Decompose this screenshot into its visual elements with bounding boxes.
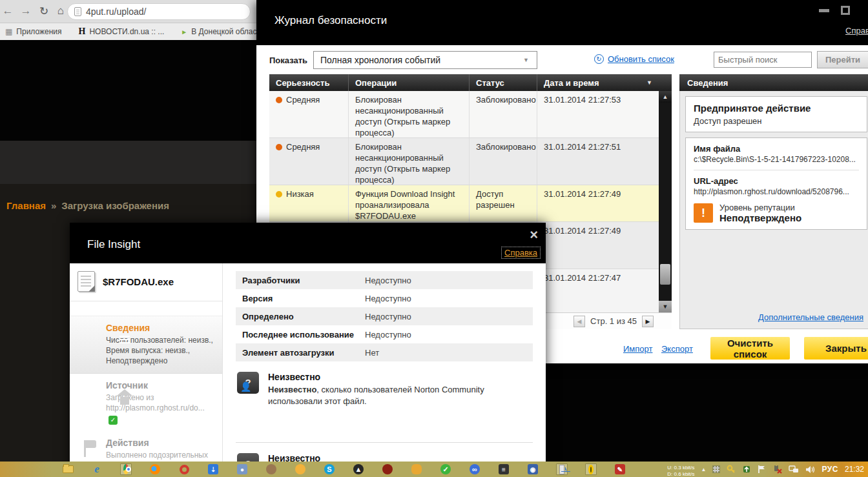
explorer-icon[interactable] — [62, 463, 74, 475]
filter-dropdown[interactable]: Полная хронология событий ▼ — [313, 51, 537, 69]
norton-app-icon[interactable] — [585, 463, 597, 475]
go-button[interactable]: Перейти — [817, 51, 868, 68]
close-button[interactable]: Закрыть — [804, 337, 868, 360]
more-details-link[interactable]: Дополнительные сведения — [758, 312, 863, 322]
bookmark-donetsk[interactable]: ► В Донецкой област... — [181, 27, 265, 36]
url-text[interactable]: 4put.ru/upload/ — [86, 6, 146, 17]
firefox-icon[interactable] — [149, 463, 161, 475]
messenger-icon[interactable] — [294, 463, 306, 475]
file-insight-dialog: File Insight × Справка $R7FODAU.exe Свед… — [70, 223, 546, 477]
sidebar-item-origin[interactable]: Источник Загружено из http://plasmon.rgh… — [70, 374, 222, 431]
breadcrumb: Главная»Загрузка изображения — [6, 200, 169, 211]
bookmark-novosti[interactable]: Н НОВОСТИ.dn.ua :: ... — [79, 26, 165, 37]
help-link[interactable]: Справка — [845, 26, 868, 36]
webcam-app-icon[interactable] — [265, 463, 277, 475]
col-status[interactable]: Статус — [470, 74, 537, 91]
tray-expand-icon[interactable]: ▲ — [701, 467, 707, 472]
import-link[interactable]: Импорт — [623, 344, 652, 354]
key-tray-icon[interactable] — [727, 465, 736, 474]
col-scrollbar-spacer — [659, 74, 672, 91]
dialog-help-link[interactable]: Справка — [501, 247, 541, 259]
clear-list-button[interactable]: Очистить список — [710, 337, 790, 360]
col-operations[interactable]: Операции — [349, 74, 470, 91]
page-band — [0, 141, 256, 184]
home-icon[interactable]: ⌂ — [53, 5, 68, 17]
next-page-button[interactable]: ▶ — [642, 316, 654, 327]
details-panel: Сведения Предпринятое действие Доступ ра… — [679, 74, 868, 329]
table-row[interactable]: Средняя Блокирован несанкционированный д… — [269, 138, 672, 185]
prev-page-button[interactable]: ◀ — [574, 316, 585, 327]
skype-icon[interactable]: S — [324, 463, 335, 475]
internet-explorer-icon[interactable]: e — [91, 463, 103, 475]
activity-flag-icon — [79, 439, 98, 458]
scroll-up-icon[interactable]: ▲ — [659, 91, 672, 103]
camera-app-icon[interactable]: ◉ — [527, 463, 539, 475]
tray-grid-icon[interactable] — [712, 465, 720, 473]
safe-check-icon: ✓ — [108, 416, 118, 425]
power-plug-error-icon[interactable] — [772, 465, 782, 474]
details-body: Предпринятое действие Доступ разрешен Им… — [679, 91, 868, 329]
notes-app-icon[interactable]: ≡ — [498, 463, 510, 475]
sort-desc-icon: ▼ — [646, 79, 652, 86]
close-icon[interactable]: × — [530, 227, 538, 243]
show-label: Показать — [269, 56, 307, 65]
table-row-selected[interactable]: Низкая Функция Download Insight проанали… — [269, 185, 672, 222]
users-question-icon: 👤? — [237, 372, 259, 394]
property-row: ВерсияНедоступно — [236, 289, 533, 307]
antivirus-shield-icon[interactable]: ✓ — [440, 463, 451, 475]
maximize-button[interactable] — [841, 6, 850, 15]
network-tray-icon[interactable] — [789, 465, 799, 474]
apps-shortcut[interactable]: ▦ Приложения — [5, 27, 62, 36]
dialog-main: РазработчикиНедоступно ВерсияНедоступно … — [223, 263, 546, 477]
reload-icon[interactable]: ↻ — [36, 5, 52, 18]
flag-tray-icon[interactable] — [758, 465, 766, 474]
filter-toolbar: Показать Полная хронология событий ▼ ↻ О… — [256, 45, 868, 74]
severity-dot-medium — [276, 144, 282, 150]
dark-app-icon[interactable]: ▲ — [353, 463, 364, 475]
table-scrollbar[interactable]: ▲ ▼ — [659, 91, 672, 312]
minimize-button[interactable] — [819, 9, 829, 12]
reputation-row: ! Уровень репутации Неподтверждено — [694, 203, 859, 223]
back-icon[interactable]: ← — [0, 5, 16, 17]
resource-monitor-icon[interactable] — [556, 463, 568, 475]
breadcrumb-home-link[interactable]: Главная — [6, 200, 46, 211]
forward-icon[interactable]: → — [18, 5, 34, 17]
rutracker-icon[interactable] — [382, 463, 393, 475]
dialog-sidebar: $R7FODAU.exe Сведения Число пользователе… — [70, 263, 223, 477]
scroll-down-icon[interactable]: ▼ — [659, 301, 672, 312]
screen: ← → ↻ ⌂ 4put.ru/upload/ ▦ Приложения Н Н… — [0, 0, 868, 477]
bowtie-app-icon[interactable]: ∞ — [469, 463, 480, 475]
export-link[interactable]: Экспорт — [661, 344, 693, 354]
sidebar-item-details[interactable]: Сведения Число пользователей: неизв., Вр… — [70, 316, 222, 374]
quick-search[interactable]: × — [714, 52, 812, 68]
window-header: Журнал безопасности Справка — [256, 0, 868, 45]
file-header: $R7FODAU.exe — [70, 263, 222, 301]
window-title: Журнал безопасности — [274, 14, 387, 27]
clock[interactable]: 21:32 — [845, 465, 864, 474]
property-row: Последнее использованиеНедоступно — [236, 325, 533, 343]
chat-agent-icon[interactable] — [411, 463, 422, 475]
opera-icon[interactable] — [178, 463, 190, 475]
file-name: $R7FODAU.exe — [103, 276, 174, 287]
table-header: Серьезность Операции Статус Дата и время… — [269, 74, 672, 91]
password-lock-icon[interactable]: ● — [236, 463, 248, 475]
severity-dot-medium — [276, 97, 282, 103]
col-datetime[interactable]: Дата и время▼ — [537, 74, 659, 91]
taskbar: e ⇣ ● S ▲ ✓ ∞ ≡ ◉ ✎ U: 0.3 kbit/s D: 0.6… — [0, 462, 868, 477]
editor-app-icon[interactable]: ✎ — [614, 463, 626, 475]
language-indicator[interactable]: РУС — [822, 465, 838, 474]
download-manager-icon[interactable]: ⇣ — [207, 463, 219, 475]
address-bar[interactable]: 4put.ru/upload/ — [67, 3, 251, 20]
refresh-list[interactable]: ↻ Обновить список — [594, 54, 674, 64]
property-row: Элемент автозагрузкиНет — [236, 343, 533, 361]
scrollbar-thumb[interactable] — [660, 264, 670, 285]
col-severity[interactable]: Серьезность — [269, 74, 349, 91]
updater-tray-icon[interactable] — [742, 465, 751, 474]
dialog-title: File Insight — [87, 238, 140, 251]
chrome-icon-active[interactable] — [120, 463, 132, 475]
severity-dot-low — [276, 191, 282, 198]
speaker-icon[interactable] — [805, 465, 815, 474]
property-row: РазработчикиНедоступно — [236, 271, 533, 289]
action-card: Предпринятое действие Доступ разрешен — [685, 96, 867, 132]
table-row[interactable]: Средняя Блокирован несанкционированный д… — [269, 91, 672, 138]
